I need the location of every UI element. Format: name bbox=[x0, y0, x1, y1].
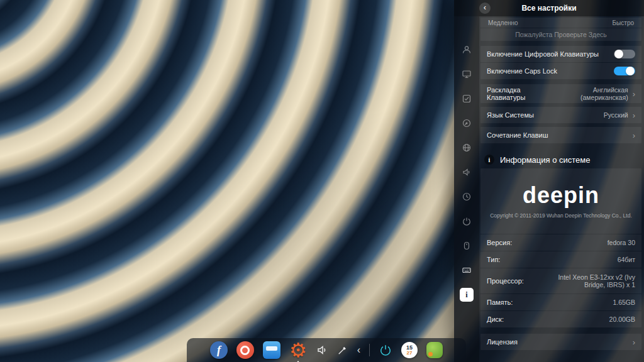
calendar-bottom-number: 27 bbox=[407, 351, 413, 356]
personalization-icon[interactable] bbox=[460, 116, 474, 130]
sound-icon[interactable] bbox=[460, 165, 474, 179]
numlock-label: Включение Цифровой Клавиатуры bbox=[487, 50, 599, 58]
datetime-icon[interactable] bbox=[460, 190, 474, 204]
disk-label: Диск: bbox=[487, 315, 504, 323]
version-label: Версия: bbox=[487, 239, 512, 246]
capslock-switch[interactable] bbox=[614, 67, 635, 75]
collapse-plugins-icon[interactable]: ‹ bbox=[357, 344, 360, 356]
type-row: Тип: 64бит bbox=[480, 251, 641, 268]
license-row[interactable]: Лицензия › bbox=[480, 334, 641, 350]
language-label: Язык Системы bbox=[487, 111, 534, 119]
dock-divider bbox=[369, 344, 370, 356]
layout-value: Английская (американская) bbox=[553, 86, 628, 101]
type-label: Тип: bbox=[487, 256, 500, 263]
capslock-label: Включение Caps Lock bbox=[487, 67, 557, 75]
shortcuts-row[interactable]: Сочетание Клавиш › bbox=[480, 127, 641, 143]
control-center-app-icon[interactable]: ⚙ bbox=[289, 341, 307, 360]
version-value: fedora 30 bbox=[608, 239, 635, 246]
display-icon[interactable] bbox=[460, 67, 474, 81]
volume-icon[interactable] bbox=[316, 344, 328, 356]
disk-value: 20.00GB bbox=[609, 315, 635, 323]
language-value: Русский bbox=[604, 111, 628, 119]
chevron-right-icon: › bbox=[633, 89, 635, 99]
panel-title: Все настройки bbox=[521, 4, 576, 13]
disk-row: Диск: 20.00GB bbox=[480, 311, 641, 327]
keyboard-test-input[interactable]: Пожалуйста Проверьте Здесь bbox=[480, 28, 641, 41]
back-button[interactable]: ‹ bbox=[479, 3, 491, 14]
layout-label: Раскладка Клавиатуры bbox=[487, 86, 553, 101]
panel-content[interactable]: Медленно Быстро Пожалуйста Проверьте Зде… bbox=[479, 16, 644, 362]
panel-header: ‹ Все настройки bbox=[454, 0, 644, 16]
system-info-icon[interactable]: i bbox=[460, 288, 474, 302]
file-manager-app-icon[interactable] bbox=[263, 341, 280, 359]
numlock-toggle-row: Включение Цифровой Клавиатуры bbox=[480, 46, 641, 62]
dock: f ⚙ ‹ 15 27 bbox=[187, 338, 466, 362]
file-manager-icon bbox=[263, 341, 280, 359]
info-circle-icon: i bbox=[484, 155, 494, 165]
repeat-speed-labels: Медленно Быстро bbox=[480, 18, 641, 28]
music-icon bbox=[236, 341, 254, 359]
processor-label: Процессор: bbox=[487, 277, 524, 285]
memory-value: 1.65GB bbox=[613, 299, 635, 306]
accounts-icon[interactable] bbox=[460, 43, 474, 57]
chevron-right-icon: › bbox=[633, 337, 635, 347]
theme-brush-icon[interactable] bbox=[337, 344, 348, 356]
module-strip: i bbox=[454, 16, 479, 362]
music-app-icon[interactable] bbox=[236, 341, 254, 359]
calendar-clock-icon[interactable]: 15 27 bbox=[401, 342, 418, 358]
copyright-text: Copyright © 2011-2019 Wuhan Deepin Techn… bbox=[490, 212, 632, 219]
deepin-logo: deepin bbox=[523, 184, 599, 207]
type-value: 64бит bbox=[618, 256, 635, 263]
fast-label: Быстро bbox=[613, 19, 634, 26]
fedora-logo: f bbox=[210, 341, 228, 359]
capslock-toggle-row: Включение Caps Lock bbox=[480, 63, 641, 79]
chevron-right-icon: › bbox=[633, 111, 635, 120]
processor-row: Процессор: Intel Xeon E3-12xx v2 (Ivy Br… bbox=[480, 268, 641, 293]
network-icon[interactable] bbox=[460, 141, 474, 155]
fedora-launcher-icon[interactable]: f bbox=[210, 341, 228, 359]
numlock-switch[interactable] bbox=[614, 50, 635, 58]
shortcuts-label: Сочетание Клавиш bbox=[487, 131, 548, 139]
deepin-logo-block: deepin Copyright © 2011-2019 Wuhan Deepi… bbox=[480, 168, 641, 234]
power-settings-icon[interactable] bbox=[460, 214, 474, 228]
system-info-section-header: i Информация о системе bbox=[484, 155, 638, 165]
memory-label: Память: bbox=[487, 299, 513, 306]
shutdown-icon[interactable] bbox=[379, 343, 392, 357]
default-applications-icon[interactable] bbox=[460, 92, 474, 106]
chevron-right-icon: › bbox=[633, 131, 635, 140]
gear-icon: ⚙ bbox=[289, 341, 307, 360]
control-center-panel: ‹ Все настройки bbox=[454, 0, 644, 362]
system-info-title: Информация о системе bbox=[500, 155, 591, 165]
mouse-icon[interactable] bbox=[460, 239, 474, 253]
memory-row: Память: 1.65GB bbox=[480, 294, 641, 310]
version-row: Версия: fedora 30 bbox=[480, 234, 641, 251]
desktop-wallpaper: ‹ Все настройки bbox=[0, 0, 644, 362]
keyboard-layout-row[interactable]: Раскладка Клавиатуры Английская (америка… bbox=[480, 84, 641, 103]
slow-label: Медленно bbox=[488, 19, 518, 26]
license-label: Лицензия bbox=[487, 338, 518, 346]
launcher-icon[interactable] bbox=[426, 342, 443, 358]
processor-value: Intel Xeon E3-12xx v2 (Ivy Bridge, IBRS)… bbox=[541, 273, 635, 288]
keyboard-icon[interactable] bbox=[460, 263, 474, 277]
test-placeholder: Пожалуйста Проверьте Здесь bbox=[515, 31, 607, 38]
system-language-row[interactable]: Язык Системы Русский › bbox=[480, 107, 641, 123]
